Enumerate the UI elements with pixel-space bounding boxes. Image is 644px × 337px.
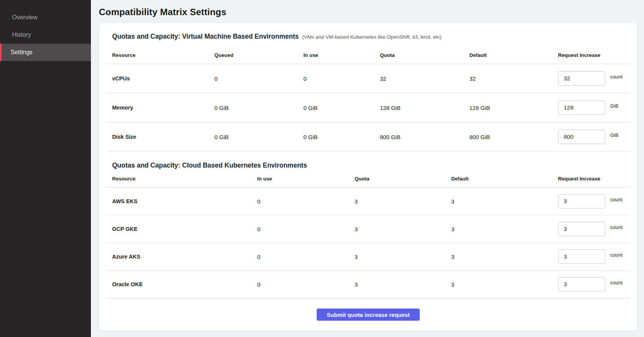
azure-aks-request-input[interactable] xyxy=(558,249,605,264)
sidebar-item-label: History xyxy=(12,31,31,38)
in-use-cell: 0 xyxy=(251,281,349,288)
resource-cell: Azure AKS xyxy=(106,254,251,260)
vm-section-header: Quotas and Capacity: Virtual Machine Bas… xyxy=(112,33,630,45)
unit-label: count xyxy=(610,197,622,202)
cloud-section-title: Quotas and Capacity: Cloud Based Kuberne… xyxy=(112,161,307,169)
resource-cell: vCPUs xyxy=(106,75,208,82)
table-row-gcp-gke: GCP GKE 0 3 3 count xyxy=(106,215,630,243)
default-cell: 3 xyxy=(445,198,552,205)
column-header-request-increase: Request Increase xyxy=(552,52,630,58)
default-cell: 3 xyxy=(445,281,552,288)
in-use-cell: 0 GiB xyxy=(297,105,374,111)
unit-label: count xyxy=(610,224,622,230)
column-header-quota: Quota xyxy=(374,52,463,58)
column-header-default: Default xyxy=(463,52,552,58)
in-use-cell: 0 xyxy=(251,198,349,205)
quota-cell: 3 xyxy=(349,198,445,205)
column-header-in-use: In use xyxy=(297,52,374,58)
cloud-table-header: Resource In use Quota Default Request In… xyxy=(106,176,630,188)
unit-label: count xyxy=(610,280,622,285)
sidebar-item-label: Overview xyxy=(12,14,38,21)
in-use-cell: 0 xyxy=(251,254,349,260)
request-increase-cell: count xyxy=(552,194,630,208)
table-row-azure-aks: Azure AKS 0 3 3 count xyxy=(106,243,630,271)
default-cell: 3 xyxy=(445,226,552,232)
quota-cell: 3 xyxy=(349,254,445,260)
card-footer: Submit quota increase request xyxy=(106,309,630,321)
unit-label: GiB xyxy=(610,132,619,138)
memory-request-input[interactable] xyxy=(558,100,605,115)
sidebar-item-history[interactable]: History xyxy=(0,26,91,44)
table-row-oracle-oke: Oracle OKE 0 3 3 count xyxy=(106,271,630,298)
queued-cell: 0 GiB xyxy=(208,134,297,140)
request-increase-cell: count xyxy=(552,249,630,264)
unit-label: count xyxy=(610,252,622,258)
sidebar-item-label: Settings xyxy=(11,49,33,56)
table-row-aws-eks: AWS EKS 0 3 3 count xyxy=(106,188,630,215)
resource-cell: Disk Size xyxy=(106,134,208,140)
column-header-request-increase: Request Increase xyxy=(552,176,630,182)
queued-cell: 0 xyxy=(208,75,297,82)
quota-cell: 128 GiB xyxy=(374,105,463,111)
in-use-cell: 0 GiB xyxy=(297,134,374,140)
default-cell: 800 GiB xyxy=(463,134,552,140)
column-header-resource: Resource xyxy=(106,52,208,58)
request-increase-cell: count xyxy=(552,222,630,236)
request-increase-cell: GiB xyxy=(552,100,630,115)
quota-cell: 3 xyxy=(349,226,445,232)
disk-size-request-input[interactable] xyxy=(558,130,605,144)
sidebar: Overview History Settings xyxy=(0,0,91,337)
gcp-gke-request-input[interactable] xyxy=(558,222,605,236)
in-use-cell: 0 xyxy=(251,226,349,232)
submit-quota-increase-button[interactable]: Submit quota increase request xyxy=(317,309,419,321)
request-increase-cell: count xyxy=(552,277,630,292)
column-header-in-use: In use xyxy=(251,176,349,182)
queued-cell: 0 GiB xyxy=(208,105,297,111)
resource-cell: GCP GKE xyxy=(106,226,251,232)
request-increase-cell: count xyxy=(552,71,630,86)
table-row-vcpus: vCPUs 0 0 32 32 count xyxy=(106,64,630,93)
vm-quotas-section: Quotas and Capacity: Virtual Machine Bas… xyxy=(106,33,630,152)
cloud-section-header: Quotas and Capacity: Cloud Based Kuberne… xyxy=(112,161,630,174)
table-row-disk-size: Disk Size 0 GiB 0 GiB 800 GiB 800 GiB Gi… xyxy=(106,122,630,152)
oracle-oke-request-input[interactable] xyxy=(558,277,605,292)
column-header-quota: Quota xyxy=(349,176,445,182)
unit-label: count xyxy=(610,74,622,80)
resource-cell: Oracle OKE xyxy=(106,281,251,287)
vm-table-header: Resource Queued In use Quota Default Req… xyxy=(106,52,630,64)
aws-eks-request-input[interactable] xyxy=(558,194,605,208)
resource-cell: Memory xyxy=(106,105,208,111)
quota-cell: 3 xyxy=(349,281,445,288)
table-row-memory: Memory 0 GiB 0 GiB 128 GiB 128 GiB GiB xyxy=(106,93,630,122)
sidebar-item-overview[interactable]: Overview xyxy=(0,9,91,26)
sidebar-item-settings[interactable]: Settings xyxy=(0,44,91,61)
request-increase-cell: GiB xyxy=(552,130,630,144)
vcpus-request-input[interactable] xyxy=(558,71,605,86)
unit-label: GiB xyxy=(610,103,619,109)
page-title: Compatibility Matrix Settings xyxy=(99,7,644,17)
column-header-resource: Resource xyxy=(106,176,251,182)
quota-cell: 800 GiB xyxy=(374,134,463,140)
vm-section-title: Quotas and Capacity: Virtual Machine Bas… xyxy=(112,33,299,41)
default-cell: 32 xyxy=(463,75,552,82)
main-content: Compatibility Matrix Settings Quotas and… xyxy=(91,0,644,337)
quota-cell: 32 xyxy=(374,75,463,82)
resource-cell: AWS EKS xyxy=(106,198,251,204)
default-cell: 3 xyxy=(445,254,552,260)
quotas-card: Quotas and Capacity: Virtual Machine Bas… xyxy=(99,22,638,331)
default-cell: 128 GiB xyxy=(463,105,552,111)
vm-section-subtitle: (VMs and VM-based Kubernetes like OpenSh… xyxy=(302,34,442,40)
column-header-queued: Queued xyxy=(208,52,297,58)
in-use-cell: 0 xyxy=(297,75,374,82)
column-header-default: Default xyxy=(445,176,552,182)
cloud-quotas-section: Quotas and Capacity: Cloud Based Kuberne… xyxy=(106,161,630,298)
